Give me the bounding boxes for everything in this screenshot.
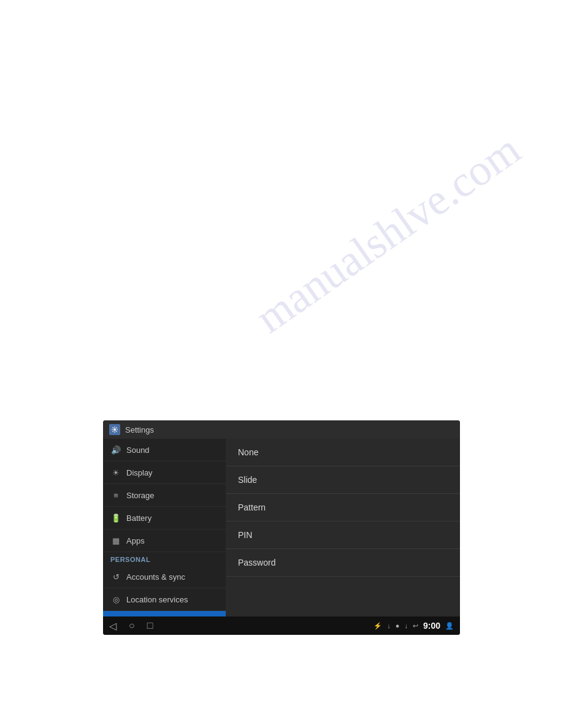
sidebar-item-battery[interactable]: 🔋 Battery <box>103 507 226 529</box>
sidebar-item-accounts-sync-label: Accounts & sync <box>126 572 185 582</box>
device-container: Settings 🔊 Sound ☀ Display ≡ Storage 🔋 <box>103 420 460 635</box>
watermark: manualshlve.com <box>247 124 530 343</box>
personal-section-header: PERSONAL <box>103 552 226 566</box>
title-bar-text: Settings <box>125 425 154 434</box>
sidebar-item-apps-label: Apps <box>126 536 145 545</box>
option-pattern[interactable]: Pattern <box>226 494 460 521</box>
download-icon: ↓ <box>404 622 408 629</box>
option-slide-label: Slide <box>238 475 257 485</box>
sidebar-item-display-label: Display <box>126 468 153 477</box>
option-pin[interactable]: PIN <box>226 521 460 549</box>
content-panel: None Slide Pattern PIN Password <box>226 439 460 616</box>
clock: 9:00 <box>423 621 440 631</box>
location-icon: ● <box>396 622 400 629</box>
status-icons: ⚡ ↓ ● ↓ ↩ 9:00 👤 <box>373 621 454 631</box>
display-icon: ☀ <box>110 467 121 478</box>
sidebar-item-location-services[interactable]: ◎ Location services <box>103 588 226 611</box>
option-slide[interactable]: Slide <box>226 466 460 494</box>
title-bar: Settings <box>103 420 460 439</box>
wifi-icon: ⚡ <box>373 622 382 630</box>
option-password[interactable]: Password <box>226 549 460 577</box>
user-icon: 👤 <box>445 622 454 630</box>
option-none[interactable]: None <box>226 439 460 466</box>
location-services-icon: ◎ <box>110 594 121 605</box>
sidebar: 🔊 Sound ☀ Display ≡ Storage 🔋 Battery ▦ <box>103 439 226 616</box>
sync-icon: ↩ <box>413 622 418 630</box>
nav-home-button[interactable]: ○ <box>129 620 135 631</box>
sidebar-item-battery-label: Battery <box>126 514 151 523</box>
option-pattern-label: Pattern <box>238 502 266 512</box>
svg-point-0 <box>113 428 116 431</box>
sidebar-item-sound-label: Sound <box>126 446 150 455</box>
nav-back-button[interactable]: ◁ <box>109 620 117 632</box>
accounts-sync-icon: ↺ <box>110 571 121 582</box>
main-content: 🔊 Sound ☀ Display ≡ Storage 🔋 Battery ▦ <box>103 439 460 616</box>
storage-icon: ≡ <box>110 490 121 501</box>
sidebar-item-storage-label: Storage <box>126 491 155 500</box>
option-password-label: Password <box>238 558 275 567</box>
nav-buttons: ◁ ○ □ <box>109 620 153 632</box>
apps-icon: ▦ <box>110 535 121 546</box>
sidebar-item-location-services-label: Location services <box>126 595 188 604</box>
sidebar-item-sound[interactable]: 🔊 Sound <box>103 439 226 461</box>
sidebar-item-storage[interactable]: ≡ Storage <box>103 484 226 507</box>
sidebar-item-apps[interactable]: ▦ Apps <box>103 529 226 552</box>
sidebar-item-accounts-sync[interactable]: ↺ Accounts & sync <box>103 566 226 588</box>
settings-app-icon <box>109 424 120 435</box>
sidebar-item-display[interactable]: ☀ Display <box>103 461 226 484</box>
status-bar: ◁ ○ □ ⚡ ↓ ● ↓ ↩ 9:00 👤 <box>103 616 460 635</box>
battery-icon: 🔋 <box>110 512 121 523</box>
nav-recent-button[interactable]: □ <box>147 620 153 631</box>
option-none-label: None <box>238 447 258 457</box>
sidebar-item-security[interactable]: 🔒 Security <box>103 611 226 616</box>
option-pin-label: PIN <box>238 530 252 540</box>
transfer-icon: ↓ <box>387 622 391 629</box>
sound-icon: 🔊 <box>110 444 121 455</box>
